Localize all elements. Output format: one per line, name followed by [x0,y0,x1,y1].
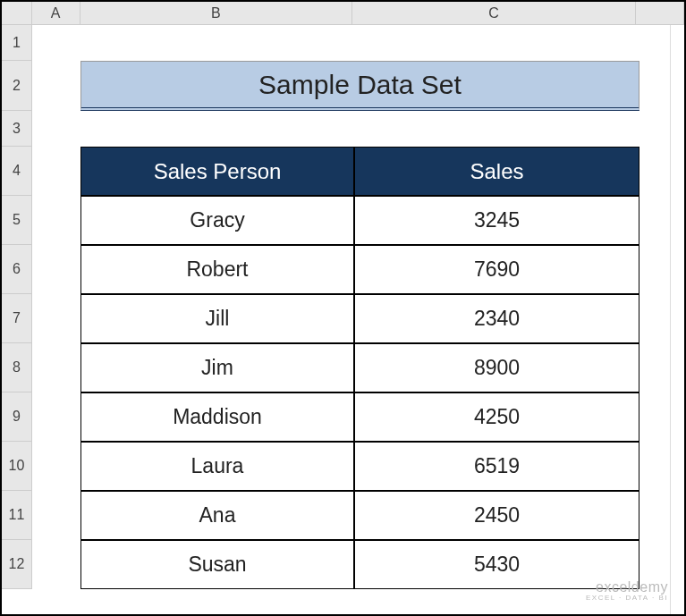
col-header-c[interactable]: C [352,2,636,24]
cell-sales[interactable]: 4250 [354,392,639,442]
cell-sales[interactable]: 2340 [354,294,639,343]
cell-person[interactable]: Laura [80,442,354,491]
row-header-9[interactable]: 9 [2,392,32,442]
cell-value: Susan [188,553,246,577]
table-row: Ana 2450 [80,491,639,540]
gridline [670,25,671,614]
table-row: Laura 6519 [80,442,639,491]
select-all-corner[interactable] [2,2,32,24]
table-row: Susan 5430 [80,540,639,589]
cell-value: 2450 [474,503,520,527]
cell-sales[interactable]: 8900 [354,343,639,392]
cell-value: Jim [201,356,233,380]
cell-value: 8900 [474,356,520,380]
cell-value: Jill [206,307,230,331]
cell-value: 3245 [474,208,520,232]
cell-value: 5430 [474,553,520,577]
row-header-1[interactable]: 1 [2,25,32,61]
row-header-4[interactable]: 4 [2,147,32,196]
row-header-11[interactable]: 11 [2,491,32,540]
row-header-8[interactable]: 8 [2,343,32,392]
cell-value: 6519 [474,454,520,478]
watermark: exceldemy EXCEL · DATA · BI [586,580,668,602]
cell-sales[interactable]: 6519 [354,442,639,491]
row-header-7[interactable]: 7 [2,294,32,343]
table-row: Jim 8900 [80,343,639,392]
header-sales[interactable]: Sales [354,147,639,196]
spreadsheet-grid: A B C 1 2 3 4 5 6 7 8 9 10 11 12 Sample … [2,2,684,614]
cell-person[interactable]: Jill [80,294,354,343]
cell-person[interactable]: Jim [80,343,354,392]
cell-person[interactable]: Maddison [80,392,354,442]
watermark-brand: exceldemy [586,580,668,595]
cell-value: 2340 [474,307,520,331]
cell-person[interactable]: Robert [80,245,354,294]
row-header-3[interactable]: 3 [2,111,32,147]
col-header-a[interactable]: A [32,2,80,24]
cell-person[interactable]: Gracy [80,196,354,245]
row-header-12[interactable]: 12 [2,540,32,589]
table-row: Robert 7690 [80,245,639,294]
row-header-2[interactable]: 2 [2,61,32,111]
cell-value: Robert [186,257,248,282]
row-header-5[interactable]: 5 [2,196,32,245]
cell-value: Ana [199,503,236,527]
table-row: Jill 2340 [80,294,639,343]
table-row: Gracy 3245 [80,196,639,245]
cell-value: Gracy [190,208,244,232]
col-header-blank[interactable] [636,2,684,24]
table-row: Maddison 4250 [80,392,639,442]
cell-value: 4250 [474,405,520,429]
cell-person[interactable]: Ana [80,491,354,540]
watermark-tagline: EXCEL · DATA · BI [586,595,668,602]
title-cell[interactable]: Sample Data Set [80,61,639,111]
cell-value: Maddison [173,405,262,429]
cell-value: 7690 [474,257,520,282]
title-text: Sample Data Set [258,70,462,100]
cell-area[interactable]: Sample Data Set Sales Person Sales Gracy… [32,25,684,614]
cell-sales[interactable]: 7690 [354,245,639,294]
cell-sales[interactable]: 3245 [354,196,639,245]
cell-value: Laura [191,454,244,478]
col-header-b[interactable]: B [80,2,352,24]
row-headers: 1 2 3 4 5 6 7 8 9 10 11 12 [2,25,32,589]
data-rows: Gracy 3245 Robert 7690 Jill 2340 Jim 890… [80,196,639,589]
header-sales-label: Sales [470,159,523,184]
row-header-6[interactable]: 6 [2,245,32,294]
cell-person[interactable]: Susan [80,540,354,589]
cell-sales[interactable]: 2450 [354,491,639,540]
table-header-row: Sales Person Sales [80,147,639,196]
row-header-10[interactable]: 10 [2,442,32,491]
column-headers: A B C [2,2,684,25]
header-sales-person-label: Sales Person [154,159,282,184]
header-sales-person[interactable]: Sales Person [80,147,354,196]
